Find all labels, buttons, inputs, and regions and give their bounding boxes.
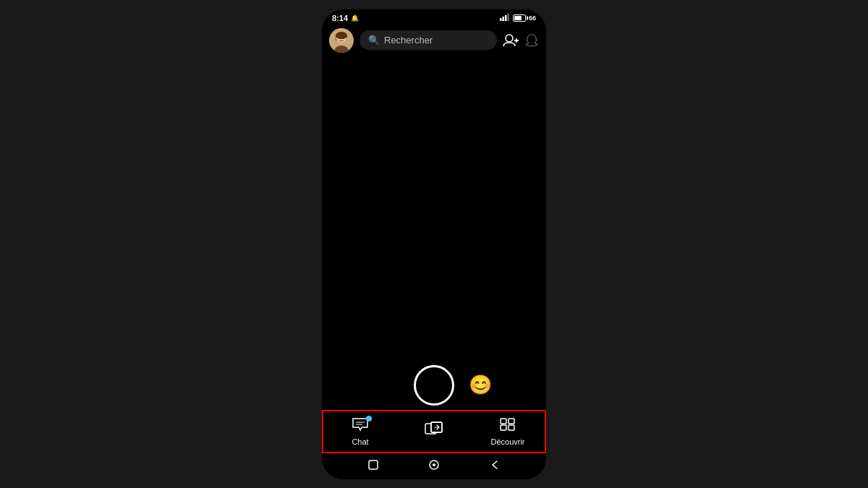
svg-rect-1 xyxy=(502,17,504,21)
android-nav xyxy=(322,453,546,479)
search-bar[interactable]: 🔍 Rechercher xyxy=(359,30,497,50)
svg-rect-2 xyxy=(505,15,507,21)
avatar[interactable] xyxy=(329,28,354,53)
svg-rect-20 xyxy=(501,419,506,424)
discover-tab-label: Découvrir xyxy=(490,437,524,446)
android-home-button[interactable] xyxy=(428,459,440,474)
svg-rect-21 xyxy=(509,419,514,424)
svg-point-26 xyxy=(433,463,435,466)
android-back-button[interactable] xyxy=(490,460,500,473)
status-bar: 8:14 🔔 66 xyxy=(322,9,546,25)
discover-icon xyxy=(499,417,516,435)
chat-tab-label: Chat xyxy=(352,437,368,446)
search-icon: 🔍 xyxy=(368,35,380,46)
snapchat-logo-button[interactable] xyxy=(524,33,539,48)
add-friend-button[interactable] xyxy=(503,34,519,47)
svg-rect-24 xyxy=(369,461,378,469)
svg-point-9 xyxy=(339,38,340,39)
battery-icon xyxy=(513,14,526,22)
chat-icon xyxy=(352,417,369,435)
time-display: 8:14 xyxy=(332,14,348,22)
chat-notification-dot xyxy=(366,416,372,421)
emoji-button[interactable]: 😊 xyxy=(467,372,493,398)
notification-icon: 🔔 xyxy=(351,14,359,22)
shutter-button[interactable] xyxy=(414,365,454,406)
status-left: 8:14 🔔 xyxy=(332,14,359,22)
top-bar: 🔍 Rechercher xyxy=(322,25,546,57)
signal-icon xyxy=(500,14,510,22)
nav-tabs: Chat xyxy=(322,410,546,453)
tab-discover[interactable]: Découvrir xyxy=(471,411,545,452)
phone-screen: 8:14 🔔 66 xyxy=(322,9,546,479)
svg-point-11 xyxy=(506,35,513,42)
camera-area xyxy=(322,57,546,359)
svg-point-10 xyxy=(343,38,344,39)
tab-chat[interactable]: Chat xyxy=(323,411,397,452)
tab-stories[interactable] xyxy=(397,411,471,452)
svg-rect-22 xyxy=(501,425,506,430)
android-square-button[interactable] xyxy=(368,460,378,473)
svg-rect-23 xyxy=(509,425,514,430)
battery-label: 66 xyxy=(529,14,536,22)
search-placeholder: Rechercher xyxy=(384,35,433,46)
svg-rect-3 xyxy=(507,14,509,21)
status-right: 66 xyxy=(500,14,536,22)
svg-rect-0 xyxy=(500,18,502,21)
top-icons xyxy=(503,33,539,48)
camera-controls: 😊 xyxy=(322,359,546,410)
stories-icon xyxy=(425,421,443,440)
